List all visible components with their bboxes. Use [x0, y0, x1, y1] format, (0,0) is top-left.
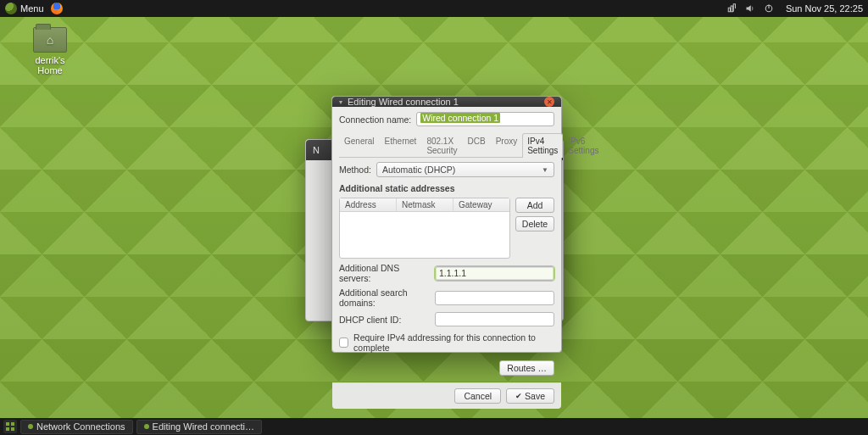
- app-icon: [28, 424, 33, 429]
- connection-name-value: Wired connection 1: [420, 113, 500, 123]
- col-address[interactable]: Address: [340, 198, 397, 211]
- connection-name-label: Connection name:: [339, 114, 411, 125]
- network-tray-icon[interactable]: [726, 3, 737, 14]
- clock[interactable]: Sun Nov 25, 22:25: [786, 3, 863, 14]
- method-select[interactable]: Automatic (DHCP) ▼: [376, 162, 554, 177]
- svg-rect-1: [6, 422, 9, 426]
- tab-ethernet[interactable]: Ethernet: [380, 133, 422, 158]
- tab-ipv6-settings[interactable]: IPv6 Settings: [563, 133, 604, 158]
- back-dialog-title: N: [313, 145, 320, 155]
- connection-name-input[interactable]: Wired connection 1: [416, 112, 554, 126]
- task-label: Editing Wired connecti…: [153, 421, 254, 432]
- check-icon: ✔: [515, 392, 522, 400]
- dns-label: Additional DNS servers:: [339, 263, 430, 283]
- delete-address-button[interactable]: Delete: [515, 216, 554, 231]
- cancel-button[interactable]: Cancel: [454, 388, 501, 404]
- dialog-title: Editing Wired connection 1: [348, 97, 539, 107]
- distro-logo-icon: [5, 3, 17, 14]
- dns-servers-input[interactable]: [435, 266, 554, 281]
- method-label: Method:: [339, 165, 371, 175]
- chevron-down-icon: ▼: [542, 166, 548, 174]
- col-gateway[interactable]: Gateway: [453, 198, 509, 211]
- menu-label: Menu: [20, 3, 44, 14]
- expand-icon: ▾: [339, 98, 342, 106]
- tab-8021x-security[interactable]: 802.1X Security: [421, 133, 462, 158]
- tab-general[interactable]: General: [339, 133, 380, 158]
- app-icon: [144, 424, 149, 429]
- home-folder-label: derrik's Home: [24, 55, 76, 75]
- col-netmask[interactable]: Netmask: [397, 198, 453, 211]
- dhcp-client-id-input[interactable]: [435, 312, 554, 326]
- routes-button[interactable]: Routes …: [499, 360, 554, 376]
- search-domains-input[interactable]: [435, 291, 554, 305]
- volume-tray-icon[interactable]: [745, 3, 755, 14]
- tab-proxy[interactable]: Proxy: [491, 133, 523, 158]
- tab-dcb[interactable]: DCB: [463, 133, 491, 158]
- task-editing-wired-connection[interactable]: Editing Wired connecti…: [136, 420, 262, 434]
- folder-icon: ⌂: [33, 27, 67, 53]
- save-button-label: Save: [525, 391, 545, 401]
- firefox-launcher-icon[interactable]: [51, 3, 63, 14]
- addresses-section-label: Additional static addresses: [339, 183, 554, 193]
- save-button[interactable]: ✔Save: [506, 388, 554, 404]
- search-domains-label: Additional search domains:: [339, 287, 430, 308]
- task-network-connections[interactable]: Network Connections: [20, 420, 133, 434]
- top-panel: Menu Sun Nov 25, 22:25: [0, 0, 868, 17]
- add-address-button[interactable]: Add: [515, 198, 554, 213]
- close-button[interactable]: ✕: [544, 97, 554, 107]
- show-desktop-button[interactable]: [3, 420, 17, 433]
- task-label: Network Connections: [36, 421, 125, 432]
- svg-rect-2: [11, 422, 14, 426]
- method-value: Automatic (DHCP): [382, 165, 455, 175]
- bottom-panel: Network Connections Editing Wired connec…: [0, 418, 868, 435]
- dialog-footer: Cancel ✔Save: [332, 382, 561, 409]
- svg-rect-4: [11, 427, 14, 431]
- dhcp-client-id-label: DHCP client ID:: [339, 315, 430, 325]
- power-tray-icon[interactable]: [764, 3, 774, 14]
- require-ipv4-checkbox[interactable]: [339, 337, 348, 348]
- edit-connection-dialog: ▾ Editing Wired connection 1 ✕ Connectio…: [331, 96, 562, 353]
- menu-button[interactable]: Menu: [5, 3, 44, 14]
- system-tray: Sun Nov 25, 22:25: [726, 3, 863, 14]
- addresses-header: Address Netmask Gateway: [340, 198, 509, 212]
- require-ipv4-label: Require IPv4 addressing for this connect…: [353, 332, 554, 353]
- svg-rect-3: [6, 427, 9, 431]
- addresses-table[interactable]: Address Netmask Gateway: [339, 198, 510, 259]
- home-folder-desktop-icon[interactable]: ⌂ derrik's Home: [24, 27, 76, 75]
- dialog-titlebar[interactable]: ▾ Editing Wired connection 1 ✕: [332, 97, 561, 107]
- tab-ipv4-settings[interactable]: IPv4 Settings: [522, 133, 563, 158]
- tabs: General Ethernet 802.1X Security DCB Pro…: [339, 132, 554, 158]
